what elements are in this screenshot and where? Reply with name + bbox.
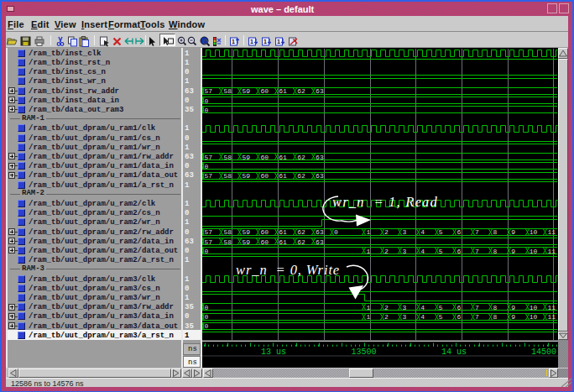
svg-text:wr_n = 1, Read: wr_n = 1, Read <box>332 194 438 210</box>
svg-text:5: 5 <box>439 304 443 311</box>
svg-text:4: 4 <box>420 304 425 311</box>
svg-text:59: 59 <box>242 87 250 95</box>
svg-text:61: 61 <box>279 172 287 180</box>
svg-text:63: 63 <box>316 172 324 180</box>
svg-text:10: 10 <box>530 313 538 321</box>
svg-text:8: 8 <box>493 228 498 236</box>
svg-text:61: 61 <box>279 87 287 95</box>
svg-text:61: 61 <box>279 228 287 236</box>
svg-text:7: 7 <box>475 304 479 311</box>
svg-text:4: 4 <box>420 313 425 321</box>
svg-text:11: 11 <box>547 228 556 236</box>
svg-text:7: 7 <box>475 248 479 255</box>
svg-text:57: 57 <box>205 87 213 95</box>
svg-text:57: 57 <box>205 238 213 246</box>
svg-text:5: 5 <box>439 313 443 321</box>
svg-text:9: 9 <box>511 304 515 311</box>
svg-text:58: 58 <box>224 228 232 236</box>
svg-text:5: 5 <box>439 228 443 236</box>
svg-text:2: 2 <box>384 228 389 236</box>
svg-text:6: 6 <box>457 304 461 311</box>
svg-text:8: 8 <box>493 248 498 255</box>
svg-text:60: 60 <box>260 154 269 161</box>
svg-text:11: 11 <box>547 304 556 311</box>
svg-text:57: 57 <box>205 228 213 236</box>
svg-text:6: 6 <box>457 248 461 255</box>
svg-text:3: 3 <box>403 313 407 321</box>
svg-text:14 us: 14 us <box>441 348 467 357</box>
svg-text:2: 2 <box>384 304 389 311</box>
svg-text:0: 0 <box>205 248 209 255</box>
svg-text:14500: 14500 <box>531 348 556 357</box>
svg-text:7: 7 <box>475 228 479 236</box>
svg-text:11: 11 <box>547 248 556 255</box>
svg-text:11: 11 <box>547 313 556 321</box>
svg-text:1: 1 <box>250 39 253 44</box>
svg-text:60: 60 <box>260 228 269 236</box>
svg-text:63: 63 <box>316 228 324 236</box>
svg-text:7: 7 <box>475 313 479 321</box>
svg-text:63: 63 <box>316 238 324 246</box>
svg-text:3: 3 <box>403 248 407 255</box>
svg-text:1: 1 <box>277 39 280 44</box>
svg-text:6: 6 <box>457 228 461 236</box>
svg-text:0: 0 <box>205 322 209 330</box>
svg-text:59: 59 <box>242 228 250 236</box>
svg-text:1: 1 <box>366 304 370 311</box>
svg-text:4: 4 <box>420 248 425 255</box>
svg-text:63: 63 <box>316 154 324 161</box>
svg-text:60: 60 <box>260 87 269 95</box>
svg-text:wr_n = 0, Write: wr_n = 0, Write <box>236 262 340 278</box>
svg-text:1: 1 <box>232 39 235 44</box>
svg-text:58: 58 <box>224 238 232 246</box>
svg-text:60: 60 <box>260 172 269 180</box>
svg-text:60: 60 <box>260 238 269 246</box>
svg-text:0: 0 <box>205 107 209 114</box>
svg-text:2: 2 <box>384 313 389 321</box>
svg-text:6: 6 <box>457 313 461 321</box>
svg-text:59: 59 <box>242 172 250 180</box>
svg-text:61: 61 <box>279 154 287 161</box>
svg-text:62: 62 <box>297 87 305 95</box>
svg-text:58: 58 <box>224 87 232 95</box>
svg-text:8: 8 <box>493 304 498 311</box>
svg-text:4: 4 <box>420 228 425 236</box>
svg-text:8: 8 <box>493 313 498 321</box>
svg-text:3: 3 <box>403 304 407 311</box>
svg-text:59: 59 <box>242 238 250 246</box>
svg-text:62: 62 <box>297 228 305 236</box>
svg-text:9: 9 <box>511 313 515 321</box>
svg-text:63: 63 <box>316 87 324 95</box>
svg-text:61: 61 <box>279 238 287 246</box>
svg-text:0: 0 <box>205 97 209 105</box>
svg-text:10: 10 <box>530 304 538 311</box>
svg-text:5: 5 <box>439 248 443 255</box>
svg-text:62: 62 <box>297 154 305 161</box>
svg-text:1: 1 <box>366 248 370 255</box>
svg-text:57: 57 <box>205 154 213 161</box>
svg-text:62: 62 <box>297 172 305 180</box>
svg-text:57: 57 <box>205 172 213 180</box>
svg-text:10: 10 <box>530 248 538 255</box>
svg-text:0: 0 <box>334 228 338 236</box>
svg-text:58: 58 <box>224 172 232 180</box>
svg-text:0: 0 <box>205 304 209 311</box>
svg-text:1: 1 <box>366 228 370 236</box>
svg-text:1: 1 <box>366 313 370 321</box>
svg-text:2: 2 <box>384 248 389 255</box>
svg-text:62: 62 <box>297 238 305 246</box>
svg-text:13500: 13500 <box>351 348 376 357</box>
svg-text:9: 9 <box>511 248 515 255</box>
svg-text:3: 3 <box>403 228 407 236</box>
svg-text:0: 0 <box>205 163 209 170</box>
svg-text:13 us: 13 us <box>261 348 286 357</box>
svg-text:9: 9 <box>511 228 515 236</box>
svg-text:58: 58 <box>224 154 232 161</box>
svg-text:1: 1 <box>264 39 267 44</box>
svg-text:10: 10 <box>530 228 538 236</box>
svg-text:59: 59 <box>242 154 250 161</box>
svg-text:0: 0 <box>205 313 209 321</box>
